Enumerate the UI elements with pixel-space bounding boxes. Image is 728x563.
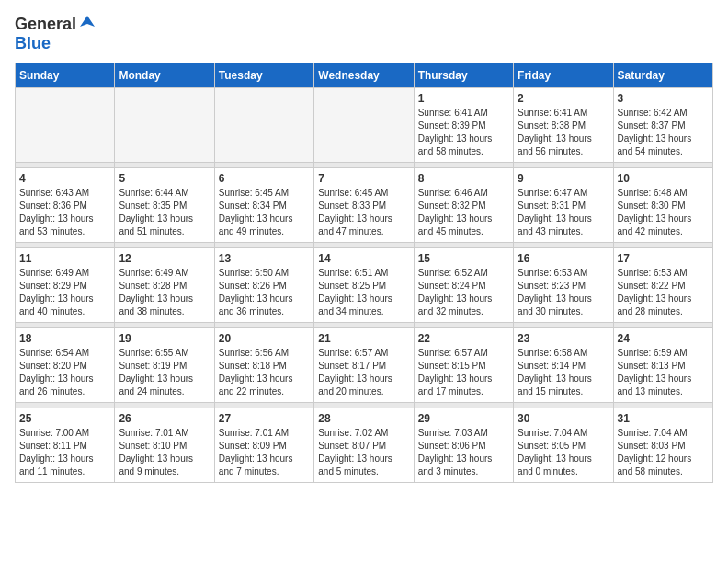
day-cell: 4Sunrise: 6:43 AMSunset: 8:36 PMDaylight…	[16, 168, 115, 243]
day-cell: 30Sunrise: 7:04 AMSunset: 8:05 PMDayligh…	[514, 408, 613, 483]
day-number: 22	[418, 332, 509, 345]
day-number: 27	[219, 412, 310, 425]
day-cell	[214, 88, 313, 163]
day-cell: 23Sunrise: 6:58 AMSunset: 8:14 PMDayligh…	[514, 328, 613, 403]
day-cell: 29Sunrise: 7:03 AMSunset: 8:06 PMDayligh…	[414, 408, 513, 483]
day-detail: Sunrise: 6:41 AMSunset: 8:38 PMDaylight:…	[518, 107, 609, 158]
day-cell: 12Sunrise: 6:49 AMSunset: 8:28 PMDayligh…	[115, 248, 214, 323]
day-cell: 7Sunrise: 6:45 AMSunset: 8:33 PMDaylight…	[314, 168, 414, 243]
day-detail: Sunrise: 6:45 AMSunset: 8:33 PMDaylight:…	[318, 187, 409, 238]
day-detail: Sunrise: 6:55 AMSunset: 8:19 PMDaylight:…	[119, 347, 210, 398]
day-number: 26	[119, 412, 210, 425]
weekday-header-tuesday: Tuesday	[214, 63, 313, 88]
day-detail: Sunrise: 6:48 AMSunset: 8:30 PMDaylight:…	[618, 187, 709, 238]
day-cell: 17Sunrise: 6:53 AMSunset: 8:22 PMDayligh…	[613, 248, 712, 323]
day-number: 16	[518, 252, 609, 265]
day-cell: 18Sunrise: 6:54 AMSunset: 8:20 PMDayligh…	[16, 328, 115, 403]
day-detail: Sunrise: 7:03 AMSunset: 8:06 PMDaylight:…	[418, 427, 509, 478]
day-detail: Sunrise: 6:57 AMSunset: 8:17 PMDaylight:…	[318, 347, 409, 398]
calendar-table: SundayMondayTuesdayWednesdayThursdayFrid…	[15, 63, 713, 483]
day-cell: 19Sunrise: 6:55 AMSunset: 8:19 PMDayligh…	[115, 328, 214, 403]
day-number: 5	[119, 172, 210, 185]
day-cell: 2Sunrise: 6:41 AMSunset: 8:38 PMDaylight…	[514, 88, 613, 163]
day-cell: 24Sunrise: 6:59 AMSunset: 8:13 PMDayligh…	[613, 328, 712, 403]
day-detail: Sunrise: 7:04 AMSunset: 8:05 PMDaylight:…	[518, 427, 609, 478]
weekday-header-monday: Monday	[115, 63, 214, 88]
week-row-2: 4Sunrise: 6:43 AMSunset: 8:36 PMDaylight…	[16, 168, 713, 243]
day-cell: 15Sunrise: 6:52 AMSunset: 8:24 PMDayligh…	[414, 248, 513, 323]
day-number: 15	[418, 252, 509, 265]
logo-blue-text: Blue	[15, 34, 51, 52]
day-detail: Sunrise: 6:50 AMSunset: 8:26 PMDaylight:…	[219, 267, 310, 318]
day-cell: 13Sunrise: 6:50 AMSunset: 8:26 PMDayligh…	[214, 248, 313, 323]
weekday-header-row: SundayMondayTuesdayWednesdayThursdayFrid…	[16, 63, 713, 88]
day-number: 1	[418, 92, 509, 105]
day-detail: Sunrise: 6:56 AMSunset: 8:18 PMDaylight:…	[219, 347, 310, 398]
day-number: 8	[418, 172, 509, 185]
svg-marker-0	[80, 16, 95, 27]
day-detail: Sunrise: 6:47 AMSunset: 8:31 PMDaylight:…	[518, 187, 609, 238]
day-number: 21	[318, 332, 409, 345]
day-number: 28	[318, 412, 409, 425]
day-number: 10	[618, 172, 709, 185]
day-cell: 11Sunrise: 6:49 AMSunset: 8:29 PMDayligh…	[16, 248, 115, 323]
day-cell: 22Sunrise: 6:57 AMSunset: 8:15 PMDayligh…	[414, 328, 513, 403]
day-detail: Sunrise: 6:59 AMSunset: 8:13 PMDaylight:…	[618, 347, 709, 398]
day-number: 9	[518, 172, 609, 185]
day-number: 2	[518, 92, 609, 105]
day-number: 23	[518, 332, 609, 345]
day-cell	[115, 88, 214, 163]
day-number: 18	[19, 332, 110, 345]
day-cell: 8Sunrise: 6:46 AMSunset: 8:32 PMDaylight…	[414, 168, 513, 243]
day-cell: 16Sunrise: 6:53 AMSunset: 8:23 PMDayligh…	[514, 248, 613, 323]
day-cell: 25Sunrise: 7:00 AMSunset: 8:11 PMDayligh…	[16, 408, 115, 483]
day-number: 20	[219, 332, 310, 345]
day-cell	[314, 88, 414, 163]
day-number: 24	[618, 332, 709, 345]
day-cell: 1Sunrise: 6:41 AMSunset: 8:39 PMDaylight…	[414, 88, 513, 163]
day-number: 12	[119, 252, 210, 265]
day-cell: 9Sunrise: 6:47 AMSunset: 8:31 PMDaylight…	[514, 168, 613, 243]
day-detail: Sunrise: 6:58 AMSunset: 8:14 PMDaylight:…	[518, 347, 609, 398]
day-cell: 28Sunrise: 7:02 AMSunset: 8:07 PMDayligh…	[314, 408, 414, 483]
day-number: 30	[518, 412, 609, 425]
weekday-header-thursday: Thursday	[414, 63, 513, 88]
day-detail: Sunrise: 6:41 AMSunset: 8:39 PMDaylight:…	[418, 107, 509, 158]
logo-general-text: General	[15, 15, 76, 34]
weekday-header-wednesday: Wednesday	[314, 63, 414, 88]
day-number: 14	[318, 252, 409, 265]
day-number: 25	[19, 412, 110, 425]
day-detail: Sunrise: 7:04 AMSunset: 8:03 PMDaylight:…	[618, 427, 709, 478]
day-number: 13	[219, 252, 310, 265]
day-detail: Sunrise: 7:01 AMSunset: 8:10 PMDaylight:…	[119, 427, 210, 478]
day-number: 3	[618, 92, 709, 105]
week-row-4: 18Sunrise: 6:54 AMSunset: 8:20 PMDayligh…	[16, 328, 713, 403]
day-number: 17	[618, 252, 709, 265]
weekday-header-friday: Friday	[514, 63, 613, 88]
day-detail: Sunrise: 7:01 AMSunset: 8:09 PMDaylight:…	[219, 427, 310, 478]
day-cell: 27Sunrise: 7:01 AMSunset: 8:09 PMDayligh…	[214, 408, 313, 483]
day-number: 4	[19, 172, 110, 185]
day-detail: Sunrise: 6:43 AMSunset: 8:36 PMDaylight:…	[19, 187, 110, 238]
day-cell: 14Sunrise: 6:51 AMSunset: 8:25 PMDayligh…	[314, 248, 414, 323]
day-detail: Sunrise: 6:53 AMSunset: 8:23 PMDaylight:…	[518, 267, 609, 318]
day-number: 31	[618, 412, 709, 425]
day-cell: 3Sunrise: 6:42 AMSunset: 8:37 PMDaylight…	[613, 88, 712, 163]
day-cell: 31Sunrise: 7:04 AMSunset: 8:03 PMDayligh…	[613, 408, 712, 483]
day-detail: Sunrise: 6:44 AMSunset: 8:35 PMDaylight:…	[119, 187, 210, 238]
logo-bird-icon	[78, 14, 97, 32]
logo: General Blue	[15, 15, 97, 53]
day-cell	[16, 88, 115, 163]
day-detail: Sunrise: 6:46 AMSunset: 8:32 PMDaylight:…	[418, 187, 509, 238]
day-detail: Sunrise: 6:45 AMSunset: 8:34 PMDaylight:…	[219, 187, 310, 238]
day-number: 19	[119, 332, 210, 345]
day-number: 11	[19, 252, 110, 265]
day-number: 6	[219, 172, 310, 185]
day-cell: 10Sunrise: 6:48 AMSunset: 8:30 PMDayligh…	[613, 168, 712, 243]
day-detail: Sunrise: 6:52 AMSunset: 8:24 PMDaylight:…	[418, 267, 509, 318]
week-row-1: 1Sunrise: 6:41 AMSunset: 8:39 PMDaylight…	[16, 88, 713, 163]
day-detail: Sunrise: 6:53 AMSunset: 8:22 PMDaylight:…	[618, 267, 709, 318]
day-detail: Sunrise: 6:51 AMSunset: 8:25 PMDaylight:…	[318, 267, 409, 318]
day-cell: 5Sunrise: 6:44 AMSunset: 8:35 PMDaylight…	[115, 168, 214, 243]
day-detail: Sunrise: 6:49 AMSunset: 8:29 PMDaylight:…	[19, 267, 110, 318]
